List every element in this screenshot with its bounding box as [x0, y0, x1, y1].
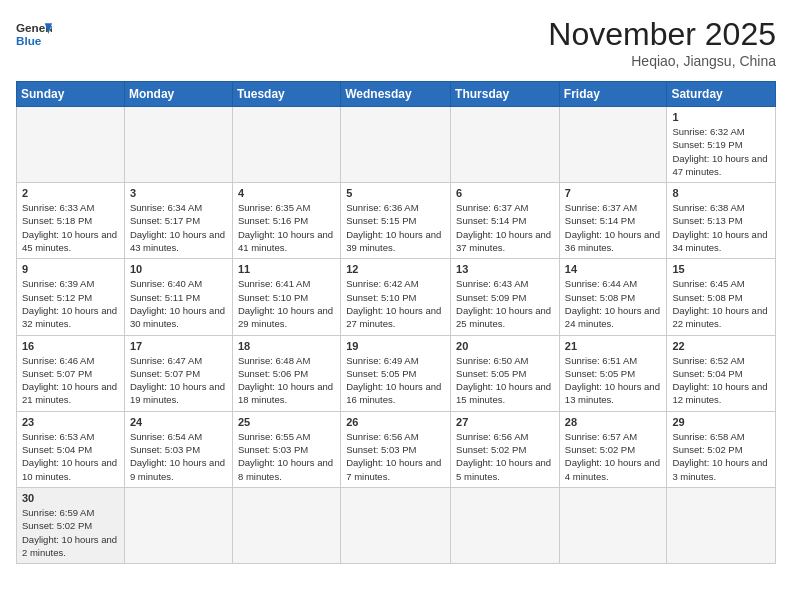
day-number: 18 — [238, 340, 335, 352]
day-number: 21 — [565, 340, 662, 352]
title-block: November 2025 Heqiao, Jiangsu, China — [548, 16, 776, 69]
day-number: 4 — [238, 187, 335, 199]
day-number: 13 — [456, 263, 554, 275]
day-info: Sunrise: 6:34 AMSunset: 5:17 PMDaylight:… — [130, 201, 227, 254]
calendar-day-cell: 8Sunrise: 6:38 AMSunset: 5:13 PMDaylight… — [667, 183, 776, 259]
svg-text:Blue: Blue — [16, 34, 42, 47]
day-number: 26 — [346, 416, 445, 428]
day-number: 9 — [22, 263, 119, 275]
weekday-header: Wednesday — [341, 82, 451, 107]
day-number: 10 — [130, 263, 227, 275]
calendar-week-row: 23Sunrise: 6:53 AMSunset: 5:04 PMDayligh… — [17, 411, 776, 487]
calendar-week-row: 30Sunrise: 6:59 AMSunset: 5:02 PMDayligh… — [17, 487, 776, 563]
calendar-day-cell: 21Sunrise: 6:51 AMSunset: 5:05 PMDayligh… — [559, 335, 667, 411]
day-number: 27 — [456, 416, 554, 428]
day-info: Sunrise: 6:45 AMSunset: 5:08 PMDaylight:… — [672, 277, 770, 330]
day-number: 17 — [130, 340, 227, 352]
day-info: Sunrise: 6:58 AMSunset: 5:02 PMDaylight:… — [672, 430, 770, 483]
day-info: Sunrise: 6:59 AMSunset: 5:02 PMDaylight:… — [22, 506, 119, 559]
calendar-day-cell: 20Sunrise: 6:50 AMSunset: 5:05 PMDayligh… — [451, 335, 560, 411]
month-title: November 2025 — [548, 16, 776, 53]
calendar-day-cell — [559, 107, 667, 183]
logo-icon: General Blue — [16, 16, 52, 52]
calendar-table: SundayMondayTuesdayWednesdayThursdayFrid… — [16, 81, 776, 564]
weekday-header: Saturday — [667, 82, 776, 107]
day-info: Sunrise: 6:56 AMSunset: 5:02 PMDaylight:… — [456, 430, 554, 483]
day-info: Sunrise: 6:49 AMSunset: 5:05 PMDaylight:… — [346, 354, 445, 407]
calendar-day-cell: 24Sunrise: 6:54 AMSunset: 5:03 PMDayligh… — [124, 411, 232, 487]
day-info: Sunrise: 6:35 AMSunset: 5:16 PMDaylight:… — [238, 201, 335, 254]
day-info: Sunrise: 6:37 AMSunset: 5:14 PMDaylight:… — [456, 201, 554, 254]
calendar-day-cell — [124, 107, 232, 183]
day-number: 19 — [346, 340, 445, 352]
weekday-header: Friday — [559, 82, 667, 107]
page-header: General Blue November 2025 Heqiao, Jiang… — [16, 16, 776, 69]
calendar-week-row: 2Sunrise: 6:33 AMSunset: 5:18 PMDaylight… — [17, 183, 776, 259]
day-info: Sunrise: 6:53 AMSunset: 5:04 PMDaylight:… — [22, 430, 119, 483]
day-info: Sunrise: 6:55 AMSunset: 5:03 PMDaylight:… — [238, 430, 335, 483]
day-info: Sunrise: 6:42 AMSunset: 5:10 PMDaylight:… — [346, 277, 445, 330]
day-number: 25 — [238, 416, 335, 428]
day-info: Sunrise: 6:32 AMSunset: 5:19 PMDaylight:… — [672, 125, 770, 178]
calendar-day-cell: 29Sunrise: 6:58 AMSunset: 5:02 PMDayligh… — [667, 411, 776, 487]
day-info: Sunrise: 6:40 AMSunset: 5:11 PMDaylight:… — [130, 277, 227, 330]
calendar-day-cell: 5Sunrise: 6:36 AMSunset: 5:15 PMDaylight… — [341, 183, 451, 259]
day-info: Sunrise: 6:51 AMSunset: 5:05 PMDaylight:… — [565, 354, 662, 407]
calendar-day-cell: 15Sunrise: 6:45 AMSunset: 5:08 PMDayligh… — [667, 259, 776, 335]
calendar-day-cell: 7Sunrise: 6:37 AMSunset: 5:14 PMDaylight… — [559, 183, 667, 259]
calendar-day-cell — [451, 107, 560, 183]
calendar-day-cell: 17Sunrise: 6:47 AMSunset: 5:07 PMDayligh… — [124, 335, 232, 411]
day-info: Sunrise: 6:44 AMSunset: 5:08 PMDaylight:… — [565, 277, 662, 330]
day-info: Sunrise: 6:54 AMSunset: 5:03 PMDaylight:… — [130, 430, 227, 483]
logo: General Blue — [16, 16, 52, 52]
calendar-day-cell — [341, 107, 451, 183]
day-info: Sunrise: 6:39 AMSunset: 5:12 PMDaylight:… — [22, 277, 119, 330]
calendar-day-cell — [124, 487, 232, 563]
calendar-week-row: 16Sunrise: 6:46 AMSunset: 5:07 PMDayligh… — [17, 335, 776, 411]
day-info: Sunrise: 6:48 AMSunset: 5:06 PMDaylight:… — [238, 354, 335, 407]
day-info: Sunrise: 6:50 AMSunset: 5:05 PMDaylight:… — [456, 354, 554, 407]
calendar-day-cell: 25Sunrise: 6:55 AMSunset: 5:03 PMDayligh… — [232, 411, 340, 487]
calendar-day-cell: 9Sunrise: 6:39 AMSunset: 5:12 PMDaylight… — [17, 259, 125, 335]
day-number: 1 — [672, 111, 770, 123]
calendar-day-cell: 30Sunrise: 6:59 AMSunset: 5:02 PMDayligh… — [17, 487, 125, 563]
calendar-day-cell: 2Sunrise: 6:33 AMSunset: 5:18 PMDaylight… — [17, 183, 125, 259]
day-number: 7 — [565, 187, 662, 199]
day-number: 23 — [22, 416, 119, 428]
weekday-header: Tuesday — [232, 82, 340, 107]
calendar-day-cell: 26Sunrise: 6:56 AMSunset: 5:03 PMDayligh… — [341, 411, 451, 487]
day-number: 14 — [565, 263, 662, 275]
day-number: 3 — [130, 187, 227, 199]
day-info: Sunrise: 6:57 AMSunset: 5:02 PMDaylight:… — [565, 430, 662, 483]
calendar-day-cell — [17, 107, 125, 183]
calendar-day-cell — [451, 487, 560, 563]
day-info: Sunrise: 6:36 AMSunset: 5:15 PMDaylight:… — [346, 201, 445, 254]
calendar-day-cell: 10Sunrise: 6:40 AMSunset: 5:11 PMDayligh… — [124, 259, 232, 335]
calendar-day-cell: 13Sunrise: 6:43 AMSunset: 5:09 PMDayligh… — [451, 259, 560, 335]
day-number: 2 — [22, 187, 119, 199]
calendar-day-cell: 6Sunrise: 6:37 AMSunset: 5:14 PMDaylight… — [451, 183, 560, 259]
calendar-day-cell: 22Sunrise: 6:52 AMSunset: 5:04 PMDayligh… — [667, 335, 776, 411]
day-info: Sunrise: 6:33 AMSunset: 5:18 PMDaylight:… — [22, 201, 119, 254]
day-number: 24 — [130, 416, 227, 428]
calendar-day-cell: 19Sunrise: 6:49 AMSunset: 5:05 PMDayligh… — [341, 335, 451, 411]
day-number: 5 — [346, 187, 445, 199]
calendar-day-cell — [232, 107, 340, 183]
calendar-day-cell: 27Sunrise: 6:56 AMSunset: 5:02 PMDayligh… — [451, 411, 560, 487]
day-number: 12 — [346, 263, 445, 275]
day-number: 20 — [456, 340, 554, 352]
day-info: Sunrise: 6:52 AMSunset: 5:04 PMDaylight:… — [672, 354, 770, 407]
calendar-header-row: SundayMondayTuesdayWednesdayThursdayFrid… — [17, 82, 776, 107]
day-info: Sunrise: 6:47 AMSunset: 5:07 PMDaylight:… — [130, 354, 227, 407]
calendar-day-cell — [559, 487, 667, 563]
day-number: 29 — [672, 416, 770, 428]
calendar-day-cell: 16Sunrise: 6:46 AMSunset: 5:07 PMDayligh… — [17, 335, 125, 411]
calendar-day-cell: 1Sunrise: 6:32 AMSunset: 5:19 PMDaylight… — [667, 107, 776, 183]
calendar-day-cell: 11Sunrise: 6:41 AMSunset: 5:10 PMDayligh… — [232, 259, 340, 335]
weekday-header: Monday — [124, 82, 232, 107]
calendar-day-cell — [232, 487, 340, 563]
calendar-day-cell: 14Sunrise: 6:44 AMSunset: 5:08 PMDayligh… — [559, 259, 667, 335]
day-number: 28 — [565, 416, 662, 428]
day-info: Sunrise: 6:43 AMSunset: 5:09 PMDaylight:… — [456, 277, 554, 330]
day-info: Sunrise: 6:56 AMSunset: 5:03 PMDaylight:… — [346, 430, 445, 483]
